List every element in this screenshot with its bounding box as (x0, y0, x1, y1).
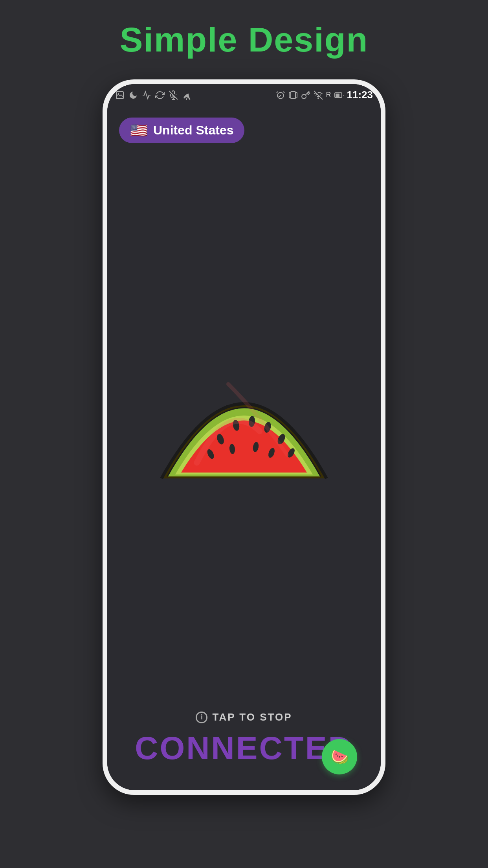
status-icons-left (115, 90, 191, 100)
fab-button[interactable]: 🍉 (322, 739, 357, 774)
country-flag: 🇺🇸 (130, 123, 148, 138)
tap-to-stop-label: TAP TO STOP (212, 711, 292, 723)
chart-status-icon (142, 90, 151, 100)
bottom-section: i TAP TO STOP CONNECTED 🍉 (119, 711, 369, 782)
status-bar: R 11:23 (107, 84, 381, 106)
alarm-status-icon (276, 90, 285, 100)
tap-to-stop-row[interactable]: i TAP TO STOP (196, 711, 292, 723)
fab-watermelon-icon: 🍉 (330, 748, 349, 765)
vibrate-status-icon (288, 90, 298, 100)
svg-point-7 (318, 98, 319, 99)
connected-status: CONNECTED (135, 730, 353, 767)
sync-status-icon (155, 90, 165, 100)
svg-rect-6 (291, 92, 295, 99)
moon-status-icon (128, 90, 138, 100)
wifi-status-icon (314, 90, 323, 100)
image-status-icon (115, 90, 125, 100)
status-icons-right: R 11:23 (276, 89, 373, 101)
watermelon-illustration[interactable] (150, 353, 338, 502)
app-content: 🇺🇸 United States (107, 106, 381, 790)
leaf-status-icon (182, 90, 191, 100)
key-status-icon (301, 90, 310, 100)
battery-status-icon (334, 90, 344, 100)
country-name: United States (153, 123, 233, 138)
page-title: Simple Design (120, 20, 368, 60)
watermelon-area (119, 143, 369, 711)
info-icon: i (196, 712, 207, 723)
country-selector[interactable]: 🇺🇸 United States (119, 118, 244, 143)
svg-rect-10 (336, 94, 339, 97)
mic-off-status-icon (169, 90, 178, 100)
signal-r-status-icon: R (326, 91, 331, 99)
phone-screen: R 11:23 🇺🇸 United States (107, 84, 381, 790)
status-time: 11:23 (347, 89, 373, 101)
phone-frame: R 11:23 🇺🇸 United States (103, 79, 385, 795)
